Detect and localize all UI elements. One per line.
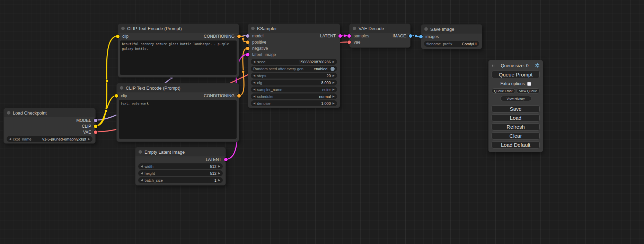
load-button[interactable]: Load: [492, 114, 540, 121]
node-empty-latent-image[interactable]: Empty Latent Image LATENT ◀ width 512 ▶ …: [135, 147, 226, 186]
increment-arrow-icon[interactable]: ▶: [333, 88, 335, 91]
widget-denoise[interactable]: ◀ denoise 1.000 ▶: [251, 100, 337, 106]
increment-arrow-icon[interactable]: ▶: [333, 95, 335, 98]
widget-filename-prefix[interactable]: filename_prefix ComfyUI: [424, 41, 479, 47]
node-load-checkpoint[interactable]: Load Checkpoint MODEL CLIP VAE ◀ ckpt_na…: [3, 108, 96, 144]
collapse-dot[interactable]: [7, 111, 10, 115]
prompt-textarea[interactable]: text, watermark: [119, 100, 237, 139]
increment-arrow-icon[interactable]: ▶: [88, 138, 90, 141]
widget-label: seed: [257, 60, 265, 64]
widget-batch-size[interactable]: ◀ batch_size 1 ▶: [138, 177, 223, 183]
settings-gear-icon[interactable]: [535, 63, 540, 68]
input-port-latent-image[interactable]: [246, 53, 249, 56]
output-port-image[interactable]: [409, 34, 412, 38]
drag-handle-icon[interactable]: [492, 63, 495, 67]
input-port-vae[interactable]: [347, 40, 351, 44]
widget-label: denoise: [257, 101, 271, 106]
widget-cfg[interactable]: ◀ cfg 8.000 ▶: [251, 80, 337, 85]
widget-steps[interactable]: ◀ steps 20 ▶: [251, 73, 337, 79]
decrement-arrow-icon[interactable]: ◀: [253, 74, 255, 77]
input-label-clip: clip: [122, 34, 129, 39]
widget-ckpt-name[interactable]: ◀ ckpt_name v1-5-pruned-emaonly.ckpt ▶: [7, 136, 92, 142]
link-midpoint-dot: [242, 70, 245, 73]
load-default-button[interactable]: Load Default: [492, 141, 540, 148]
output-port-latent[interactable]: [338, 34, 342, 38]
output-port-latent[interactable]: [224, 158, 228, 161]
save-button[interactable]: Save: [492, 105, 540, 112]
decrement-arrow-icon[interactable]: ◀: [253, 81, 255, 84]
widget-value: 1.000: [321, 101, 331, 106]
empty-latent-title-bar[interactable]: Empty Latent Image: [135, 147, 226, 156]
slot-row-vae: vae: [350, 39, 410, 45]
increment-arrow-icon[interactable]: ▶: [333, 81, 335, 84]
collapse-dot[interactable]: [251, 27, 255, 30]
increment-arrow-icon[interactable]: ▶: [333, 61, 335, 63]
input-port-images[interactable]: [419, 35, 423, 38]
widget-sampler-name[interactable]: ◀ sampler_name euler ▶: [251, 87, 337, 92]
node-clip-text-encode-negative[interactable]: CLIP Text Encode (Prompt) clip CONDITION…: [116, 83, 239, 142]
node-save-image[interactable]: Save Image images filename_prefix ComfyU…: [421, 24, 482, 49]
input-port-clip[interactable]: [116, 35, 120, 38]
collapse-dot[interactable]: [139, 150, 142, 154]
queue-front-button[interactable]: Queue Front: [492, 88, 515, 93]
clip-encode-positive-title-bar[interactable]: CLIP Text Encode (Prompt): [118, 24, 239, 33]
widget-width[interactable]: ◀ width 512 ▶: [138, 163, 223, 169]
widget-seed[interactable]: ◀ seed 156680208700286 ▶: [251, 59, 337, 65]
node-clip-text-encode-positive[interactable]: CLIP Text Encode (Prompt) clip CONDITION…: [118, 24, 239, 78]
widget-scheduler[interactable]: ◀ scheduler normal ▶: [251, 93, 337, 99]
queue-panel: Queue size: 0 Queue Prompt Extra options: [488, 60, 543, 152]
decrement-arrow-icon[interactable]: ◀: [253, 102, 255, 105]
vae-decode-title-bar[interactable]: VAE Decode: [350, 24, 410, 33]
output-port-conditioning[interactable]: [237, 35, 241, 38]
view-history-button[interactable]: View History: [500, 96, 531, 101]
decrement-arrow-icon[interactable]: ◀: [141, 172, 143, 175]
node-vae-decode[interactable]: VAE Decode samples IMAGE vae: [349, 24, 411, 48]
decrement-arrow-icon[interactable]: ◀: [253, 61, 255, 63]
decrement-arrow-icon[interactable]: ◀: [141, 179, 143, 182]
collapse-dot[interactable]: [353, 27, 356, 30]
clear-button[interactable]: Clear: [492, 132, 540, 139]
refresh-button[interactable]: Refresh: [492, 123, 540, 130]
input-label-latent-image: latent_image: [252, 52, 276, 57]
input-port-clip[interactable]: [115, 94, 118, 98]
increment-arrow-icon[interactable]: ▶: [218, 179, 220, 182]
collapse-dot[interactable]: [120, 86, 123, 90]
clip-encode-negative-title-bar[interactable]: CLIP Text Encode (Prompt): [117, 83, 239, 92]
output-port-conditioning[interactable]: [237, 94, 241, 98]
ksampler-title-bar[interactable]: KSampler: [248, 24, 340, 33]
input-port-samples[interactable]: [347, 34, 351, 38]
extra-options-checkbox[interactable]: [527, 82, 531, 86]
input-port-model[interactable]: [246, 34, 249, 38]
decrement-arrow-icon[interactable]: ◀: [253, 88, 255, 91]
graph-canvas[interactable]: Load Checkpoint MODEL CLIP VAE ◀ ckpt_na…: [0, 0, 644, 244]
collapse-dot[interactable]: [424, 27, 428, 31]
widget-value: enabled: [314, 67, 327, 71]
increment-arrow-icon[interactable]: ▶: [333, 74, 335, 77]
input-port-negative[interactable]: [246, 47, 249, 50]
save-image-title-bar[interactable]: Save Image: [421, 25, 482, 34]
output-port-vae[interactable]: [94, 130, 97, 134]
toggle-knob-icon[interactable]: [330, 67, 335, 71]
decrement-arrow-icon[interactable]: ◀: [9, 138, 11, 141]
widget-height[interactable]: ◀ height 512 ▶: [138, 170, 223, 176]
decrement-arrow-icon[interactable]: ◀: [253, 95, 255, 98]
node-title: Empty Latent Image: [144, 150, 185, 155]
prompt-textarea[interactable]: beautiful scenery nature glass bottle la…: [120, 40, 237, 75]
increment-arrow-icon[interactable]: ▶: [218, 165, 220, 168]
decrement-arrow-icon[interactable]: ◀: [141, 165, 143, 168]
slot-row-clip-conditioning: clip CONDITIONING: [118, 33, 239, 40]
output-port-clip[interactable]: [94, 125, 97, 128]
widget-random-seed-toggle[interactable]: Random seed after every gen enabled: [251, 66, 337, 72]
view-queue-button[interactable]: View Queue: [517, 88, 540, 93]
output-port-model[interactable]: [94, 119, 97, 122]
output-label-conditioning: CONDITIONING: [204, 34, 235, 39]
increment-arrow-icon[interactable]: ▶: [333, 102, 335, 105]
widget-value: 1: [214, 178, 217, 182]
node-ksampler[interactable]: KSampler model LATENT positive negative …: [248, 24, 340, 108]
collapse-dot[interactable]: [121, 27, 125, 30]
widget-label: width: [144, 164, 153, 169]
load-checkpoint-title-bar[interactable]: Load Checkpoint: [4, 108, 95, 117]
increment-arrow-icon[interactable]: ▶: [218, 172, 220, 175]
queue-prompt-button[interactable]: Queue Prompt: [492, 71, 540, 78]
input-port-positive[interactable]: [246, 40, 249, 44]
